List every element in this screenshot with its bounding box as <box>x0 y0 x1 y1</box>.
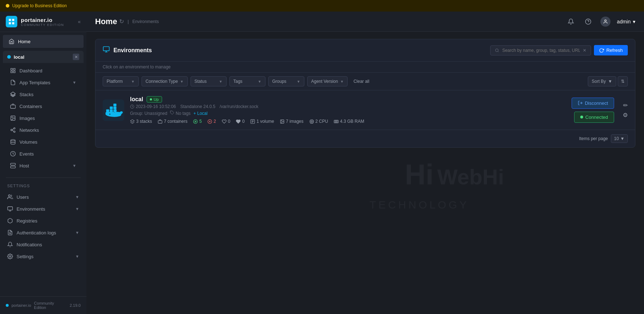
platform-filter[interactable]: Platform ▼ <box>103 76 139 86</box>
stat-cpu: 2 CPU <box>309 119 328 124</box>
stopped-icon <box>207 119 212 124</box>
meta-standalone: Standalone 24.0.5 <box>180 104 215 109</box>
sort-by-label: Sort By <box>592 79 606 84</box>
svg-point-12 <box>14 127 15 129</box>
sidebar-item-images[interactable]: Images <box>4 112 82 124</box>
user-profile-icon[interactable] <box>600 16 611 27</box>
auth-logs-chevron: ▼ <box>75 230 79 235</box>
images-stat-icon <box>280 119 285 124</box>
refresh-button[interactable]: Refresh <box>594 45 628 55</box>
admin-menu[interactable]: admin ▾ <box>617 19 635 24</box>
env-settings-button[interactable]: ⚙ <box>623 112 628 118</box>
env-item-meta: 2023-09-16 10:52:06 Standalone 24.0.5 /v… <box>130 104 566 109</box>
svg-rect-19 <box>10 163 15 165</box>
search-clear-button[interactable]: ✕ <box>583 48 586 53</box>
registries-icon <box>7 218 13 224</box>
breadcrumb-label: Environments <box>133 19 159 24</box>
sidebar-item-environments[interactable]: Environments ▼ <box>1 203 85 215</box>
sidebar-item-dashboard[interactable]: Dashboard <box>4 65 82 76</box>
nav-divider <box>6 178 81 178</box>
sidebar-item-host[interactable]: Host ▼ <box>4 160 82 171</box>
sidebar-item-registries[interactable]: Registries <box>1 215 85 226</box>
card-title-label: Environments <box>113 47 152 54</box>
environments-icon <box>7 206 13 212</box>
sidebar-header: portainer.io COMMUNITY EDITION « <box>0 12 86 32</box>
stacks-stat-icon <box>130 119 135 124</box>
svg-line-15 <box>12 130 14 131</box>
tags-filter[interactable]: Tags ▼ <box>229 76 265 86</box>
environments-label: Environments <box>17 206 45 212</box>
connection-type-filter[interactable]: Connection Type ▼ <box>142 76 188 86</box>
sort-order-button[interactable]: ⇅ <box>618 76 628 86</box>
agent-version-filter[interactable]: Agent Version ▼ <box>307 76 348 86</box>
disconnect-button[interactable]: Disconnect <box>572 98 614 109</box>
stat-stacks: 3 stacks <box>130 119 152 124</box>
sidebar-item-auth-logs[interactable]: Authentication logs ▼ <box>1 227 85 238</box>
help-icon[interactable] <box>582 16 594 27</box>
sort-by-select[interactable]: Sort By ▼ <box>588 76 616 86</box>
networks-icon <box>10 127 16 133</box>
env-section: local ✕ Dashboard App Templates ▼ <box>3 51 84 173</box>
svg-marker-48 <box>130 120 134 122</box>
collapse-button[interactable]: « <box>78 19 81 24</box>
sidebar-item-settings[interactable]: Settings ▼ <box>1 251 85 262</box>
groups-filter[interactable]: Groups ▼ <box>268 76 304 86</box>
upgrade-banner[interactable]: Upgrade to Business Edition <box>0 0 644 12</box>
status-caret: ▼ <box>219 80 223 84</box>
svg-text:TECHNOLOGY: TECHNOLOGY <box>370 199 469 211</box>
users-chevron: ▼ <box>75 195 79 199</box>
images-label: Images <box>19 116 35 121</box>
sidebar-item-volumes[interactable]: Volumes <box>4 136 82 148</box>
notifications-bell-icon[interactable] <box>565 16 577 27</box>
page-refresh-icon[interactable]: ↻ <box>119 18 124 25</box>
sidebar-item-networks[interactable]: Networks <box>4 124 82 136</box>
containers-label: Containers <box>19 104 42 109</box>
stat-ram: 4.3 GB RAM <box>334 119 364 124</box>
logo-icon <box>6 16 17 27</box>
svg-rect-60 <box>310 120 313 123</box>
logo-edition: COMMUNITY EDITION <box>21 23 64 27</box>
sidebar-item-home[interactable]: Home <box>3 35 84 48</box>
tag-icon <box>170 111 174 115</box>
banner-dot <box>6 4 9 8</box>
sidebar-item-notifications[interactable]: Notifications <box>1 239 85 250</box>
platform-caret: ▼ <box>131 80 135 84</box>
disconnect-icon <box>578 100 583 106</box>
dashboard-label: Dashboard <box>19 68 43 73</box>
sidebar-item-events[interactable]: Events <box>4 148 82 160</box>
env-name-label: local <box>14 54 24 60</box>
events-icon <box>10 151 16 157</box>
volumes-label: Volumes <box>19 139 37 145</box>
env-hint: Click on an environment to manage <box>95 62 635 73</box>
connected-button[interactable]: Connected <box>574 112 614 123</box>
groups-caret: ▼ <box>297 80 300 84</box>
env-docker-logo[interactable] <box>103 99 124 121</box>
svg-rect-20 <box>10 166 15 168</box>
status-badge: Up <box>147 96 162 103</box>
environment-card-icon <box>103 46 110 53</box>
env-item-name[interactable]: local <box>130 96 143 103</box>
footer-dot <box>6 304 9 307</box>
clear-all-button[interactable]: Clear all <box>350 77 372 86</box>
env-close-button[interactable]: ✕ <box>73 54 79 60</box>
question-icon <box>585 18 591 25</box>
svg-rect-42 <box>110 107 113 109</box>
sidebar-item-users[interactable]: Users ▼ <box>1 191 85 203</box>
dashboard-icon <box>10 68 16 73</box>
env-header[interactable]: local ✕ <box>3 51 84 63</box>
topbar-breadcrumb: | <box>128 19 129 24</box>
per-page-select[interactable]: 10 ▼ <box>611 134 628 143</box>
env-nav-items: Dashboard App Templates ▼ Stacks <box>3 63 84 173</box>
sidebar-item-stacks[interactable]: Stacks <box>4 89 82 100</box>
sidebar-item-containers[interactable]: Containers <box>4 100 82 112</box>
bell-icon <box>568 18 574 25</box>
sidebar-item-app-templates[interactable]: App Templates ▼ <box>4 77 82 88</box>
search-area: ✕ Refresh <box>490 45 628 55</box>
edit-button[interactable]: ✏ <box>623 102 628 109</box>
environment-item: local Up 2023-09-16 10:52:06 Stand <box>95 90 635 130</box>
stacks-icon <box>10 91 16 97</box>
refresh-label: Refresh <box>606 48 623 53</box>
search-input[interactable] <box>502 48 580 53</box>
status-filter[interactable]: Status ▼ <box>191 76 227 86</box>
env-header-left: local <box>7 54 24 60</box>
